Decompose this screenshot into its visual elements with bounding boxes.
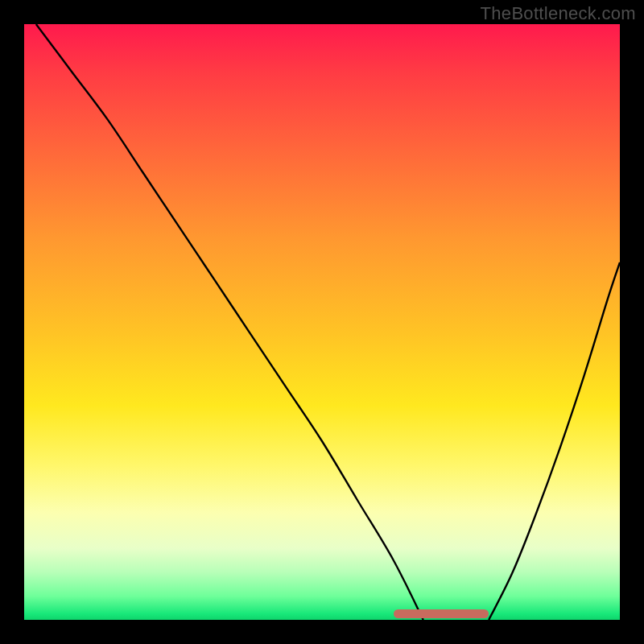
frame-border [620, 0, 644, 644]
frame-border [0, 620, 644, 644]
bottleneck-curve [24, 24, 620, 620]
curve-right-branch [489, 262, 620, 620]
plot-area [24, 24, 620, 620]
optimal-range-marker [394, 609, 489, 618]
chart-frame: TheBottleneck.com [0, 0, 644, 644]
curve-left-branch [36, 24, 423, 620]
frame-border [0, 0, 24, 644]
watermark-text: TheBottleneck.com [481, 3, 636, 24]
